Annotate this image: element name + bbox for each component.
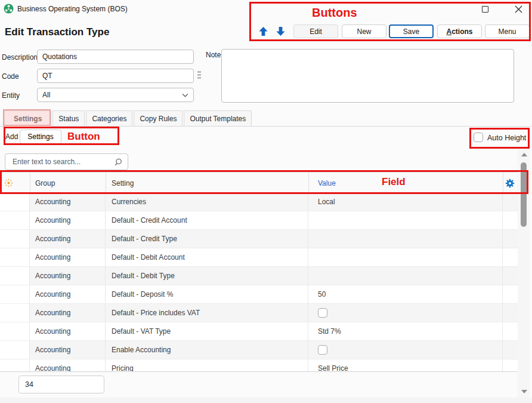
scrollbar-down-arrow[interactable] bbox=[521, 390, 527, 393]
maximize-icon bbox=[482, 6, 488, 13]
value-cell[interactable]: Std 7% bbox=[308, 322, 503, 340]
row-end-cell bbox=[503, 230, 518, 248]
row-end-cell bbox=[503, 211, 518, 229]
scrollbar-up-arrow[interactable] bbox=[521, 153, 527, 156]
row-indicator-cell bbox=[0, 304, 30, 322]
window-bottom-strip bbox=[0, 398, 532, 403]
down-arrow-button[interactable] bbox=[274, 24, 287, 38]
tab-status[interactable]: Status bbox=[52, 110, 85, 126]
drag-handle-icon[interactable] bbox=[197, 71, 203, 80]
row-indicator-cell bbox=[0, 230, 30, 248]
description-field[interactable] bbox=[37, 50, 194, 64]
value-cell[interactable]: Sell Price bbox=[308, 359, 503, 371]
value-cell[interactable] bbox=[308, 230, 503, 248]
setting-cell: Enable Accounting bbox=[106, 341, 308, 359]
setting-cell: Default - Deposit % bbox=[106, 285, 308, 303]
group-cell: Accounting bbox=[30, 341, 106, 359]
close-icon bbox=[515, 5, 522, 13]
tab-copy-rules[interactable]: Copy Rules bbox=[134, 110, 183, 126]
close-button[interactable] bbox=[512, 2, 525, 16]
table-row[interactable]: Accounting Default - Debit Account bbox=[0, 248, 518, 267]
setting-cell: Default - VAT Type bbox=[106, 322, 308, 340]
setting-cell: Default - Credit Type bbox=[106, 230, 308, 248]
table-row[interactable]: Accounting Default - Credit Type bbox=[0, 230, 518, 248]
footer-count-field[interactable] bbox=[18, 376, 104, 393]
column-header-value[interactable]: Value bbox=[318, 173, 336, 193]
setting-cell: Pricing bbox=[106, 359, 308, 371]
column-chooser-button[interactable] bbox=[505, 178, 515, 189]
row-end-cell bbox=[503, 193, 518, 211]
table-row[interactable]: Accounting Default - Credit Account bbox=[0, 211, 518, 230]
auto-height-checkbox[interactable] bbox=[474, 133, 483, 142]
auto-height-label: Auto Height bbox=[487, 134, 526, 142]
save-button[interactable]: Save bbox=[389, 24, 434, 38]
entity-select[interactable]: All bbox=[37, 88, 194, 102]
value-cell[interactable] bbox=[308, 304, 503, 322]
value-checkbox[interactable] bbox=[318, 345, 327, 355]
window-title: Business Operating System (BOS) bbox=[17, 5, 128, 13]
table-row[interactable]: Accounting Currencies Local bbox=[0, 193, 518, 211]
maximize-button[interactable] bbox=[478, 2, 491, 16]
row-end-cell bbox=[503, 322, 518, 340]
group-cell: Accounting bbox=[30, 193, 106, 211]
row-indicator-cell bbox=[0, 285, 30, 303]
group-cell: Accounting bbox=[30, 285, 106, 303]
row-indicator-cell bbox=[0, 322, 30, 340]
note-field[interactable] bbox=[221, 49, 514, 103]
tab-categories[interactable]: Categories bbox=[86, 110, 132, 126]
table-row[interactable]: Accounting Default - Price includes VAT bbox=[0, 304, 518, 322]
buttons-annotation-label: Buttons bbox=[312, 6, 357, 20]
search-icon bbox=[114, 158, 123, 167]
actions-accel: A bbox=[446, 27, 451, 36]
value-cell[interactable] bbox=[308, 267, 503, 285]
table-row[interactable]: Accounting Pricing Sell Price bbox=[0, 359, 518, 371]
row-indicator-cell bbox=[0, 341, 30, 359]
row-end-cell bbox=[503, 267, 518, 285]
setting-cell: Currencies bbox=[106, 193, 308, 211]
value-cell[interactable] bbox=[308, 211, 503, 229]
table-row[interactable]: Accounting Default - Deposit % 50 bbox=[0, 285, 518, 304]
scrollbar-thumb[interactable] bbox=[521, 162, 527, 227]
table-row[interactable]: Accounting Default - VAT Type Std 7% bbox=[0, 322, 518, 341]
up-arrow-button[interactable] bbox=[256, 24, 270, 38]
add-settings-button[interactable]: Settings bbox=[20, 130, 61, 144]
gear-icon bbox=[505, 179, 515, 188]
row-indicator-cell bbox=[0, 248, 30, 266]
table-row[interactable]: Accounting Default - Debit Type bbox=[0, 267, 518, 285]
group-cell: Accounting bbox=[30, 359, 106, 371]
menu-button[interactable]: Menu bbox=[485, 24, 530, 38]
row-indicator-cell bbox=[0, 193, 30, 211]
group-cell: Accounting bbox=[30, 267, 106, 285]
value-cell[interactable] bbox=[308, 248, 503, 266]
row-indicator-cell bbox=[0, 211, 30, 229]
row-end-cell bbox=[503, 359, 518, 371]
button-annotation-label: Button bbox=[67, 131, 100, 143]
column-header-group[interactable]: Group bbox=[35, 173, 55, 193]
value-cell[interactable]: 50 bbox=[308, 285, 503, 303]
edit-button[interactable]: Edit bbox=[293, 24, 338, 38]
tab-output-templates[interactable]: Output Templates bbox=[184, 110, 252, 126]
tab-settings[interactable]: Settings bbox=[4, 110, 51, 127]
setting-cell: Default - Credit Account bbox=[106, 211, 308, 229]
row-end-cell bbox=[503, 341, 518, 359]
code-field[interactable] bbox=[37, 69, 194, 83]
value-checkbox[interactable] bbox=[318, 308, 327, 318]
setting-cell: Default - Price includes VAT bbox=[106, 304, 308, 322]
add-label: Add bbox=[5, 133, 18, 141]
chevron-down-icon bbox=[182, 93, 188, 97]
value-cell[interactable]: Local bbox=[308, 193, 503, 211]
search-input[interactable] bbox=[8, 158, 114, 166]
table-row[interactable]: Accounting Enable Accounting bbox=[0, 341, 518, 359]
column-header-setting[interactable]: Setting bbox=[112, 173, 134, 193]
tab-strip: Settings Status Categories Copy Rules Ou… bbox=[0, 110, 532, 127]
actions-button[interactable]: Actions bbox=[437, 24, 482, 38]
new-button[interactable]: New bbox=[342, 24, 386, 38]
search-box bbox=[5, 153, 128, 170]
group-cell: Accounting bbox=[30, 248, 106, 266]
value-cell[interactable] bbox=[308, 341, 503, 359]
setting-cell: Default - Debit Type bbox=[106, 267, 308, 285]
row-end-cell bbox=[503, 248, 518, 266]
row-indicator-cell bbox=[0, 267, 30, 285]
bos-app-icon bbox=[4, 4, 14, 16]
row-end-cell bbox=[503, 285, 518, 303]
